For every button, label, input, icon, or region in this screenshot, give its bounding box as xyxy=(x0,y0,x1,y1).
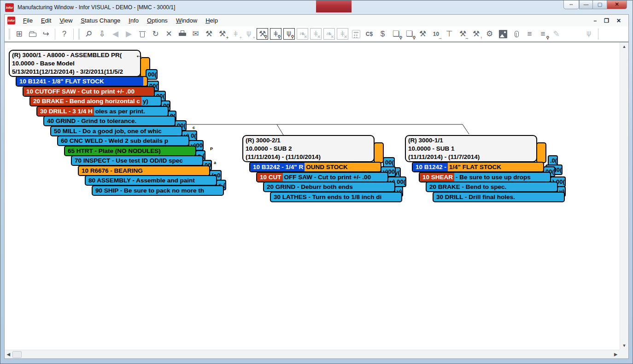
operation-card-base-model-1[interactable]: 10 CUTOFF SAW - Cut to print +/- .00 xyxy=(23,86,155,97)
view-operation-button[interactable]: ⚒⚲ xyxy=(257,28,268,40)
operation-card-sub-1-1[interactable]: 10 SHEAR - Be sure to use up drops xyxy=(419,172,551,182)
refresh-button[interactable]: ↻ xyxy=(149,28,162,40)
operation-card-sub-1-3[interactable]: 30 DRILL - Drill final holes. xyxy=(433,192,565,202)
horizontal-scroll-thumb[interactable] xyxy=(12,351,22,358)
attachments-icon xyxy=(512,30,521,38)
horizontal-scrollbar[interactable]: ◀ ▶ xyxy=(5,350,620,358)
engineering-button[interactable]: ⚙ xyxy=(483,28,496,40)
operation-card-sub-1-2[interactable]: 20 BRAKE - Bend to spec. xyxy=(426,182,558,192)
operation-highlight-label: 30 DRILL - 3 1/4 H xyxy=(37,107,94,116)
view-resource-button[interactable]: ǂ⚲ xyxy=(270,28,281,40)
menu-info[interactable]: Info xyxy=(124,16,143,25)
add-leg-button[interactable]: ⋔+ xyxy=(242,28,256,40)
operation-card-base-model-8[interactable]: 70 INSPECT - Use test ID OD/ID spec xyxy=(71,155,203,166)
menu-view[interactable]: View xyxy=(55,16,76,25)
operation-card-base-model-5[interactable]: 50 MILL - Do a good job, one of whic xyxy=(50,126,182,136)
transfer-operations-button[interactable]: ⚒↔ xyxy=(456,28,469,40)
document-search-button[interactable]: ❏⚲ xyxy=(389,28,403,40)
work-order-header-sub-1[interactable]: (R) 3000-1/110.0000 - SUB 1(11/11/2014) … xyxy=(405,135,537,162)
operation-card-sub-2-1[interactable]: 10 CUTOFF SAW - Cut to print +/- .00 xyxy=(256,172,388,182)
recalculate-costs-button[interactable]: C$ xyxy=(363,28,376,40)
work-order-header-base-model[interactable]: (R) 3000/1 - A8000 - ASSEMBLED PR(10.000… xyxy=(9,50,141,77)
notes-search-button[interactable]: ≡⚲ xyxy=(536,28,550,40)
operation-card-base-model-6[interactable]: 60 CNC WELD - Weld 2 sub details p xyxy=(57,135,189,146)
notes-icon: ≡ xyxy=(528,30,532,38)
operation-label: 80 ASSEMBLY - Assemble and paint xyxy=(86,176,195,185)
menu-window[interactable]: Window xyxy=(172,16,201,25)
operation-card-base-model-10[interactable]: 80 ASSEMBLY - Assemble and paint xyxy=(85,175,217,186)
report-search-button[interactable]: ❏⚲ xyxy=(403,28,416,40)
operation-card-base-model-7[interactable]: 65 HTRT - Plate (NO NODULES) xyxy=(64,146,196,156)
card-edge-tab[interactable] xyxy=(374,142,384,163)
work-order-header-sub-2[interactable]: (R) 3000-2/110.0000 - SUB 2(11/11/2014) … xyxy=(242,135,375,162)
open-document-button[interactable] xyxy=(26,28,39,40)
minimize-button[interactable]: — xyxy=(579,0,593,9)
operation-card-base-model-0[interactable]: 10 B1241 - 1/8" FLAT STOCK xyxy=(16,76,148,87)
attachments-button[interactable] xyxy=(510,28,523,40)
operation-card-base-model-9[interactable]: 10 R6676 - BEARING xyxy=(78,165,210,176)
operation-card-sub-1-0[interactable]: 10 B1242 - 1/4" FLAT STOCK xyxy=(412,162,544,172)
recalculate-costs-icon: C$ xyxy=(366,31,373,37)
operation-card-sub-2-3[interactable]: 30 LATHES - Turn ends to 1/8 inch di xyxy=(270,192,402,202)
calculator-button[interactable] xyxy=(349,28,363,40)
navigate-next-button[interactable]: ▶ xyxy=(122,28,135,40)
scroll-left-icon[interactable]: ◀ xyxy=(5,352,12,357)
add-resource-button[interactable]: ǂ+ xyxy=(229,28,242,40)
operation-card-base-model-2[interactable]: 20 BRAKE - Bend along horizontal cy) xyxy=(29,96,162,106)
scroll-down-icon[interactable]: ▼ xyxy=(620,343,628,348)
close-button[interactable]: ✕ xyxy=(607,0,627,9)
tree-window-button[interactable]: ⋔ xyxy=(582,28,596,40)
menu-options[interactable]: Options xyxy=(143,16,172,25)
back-arrow-icon[interactable]: ← xyxy=(135,50,627,60)
help-icon: ? xyxy=(62,30,66,38)
menu-status-change[interactable]: Status Change xyxy=(76,16,124,25)
card-edge-tab[interactable] xyxy=(536,142,546,163)
scroll-right-icon[interactable]: ▶ xyxy=(612,352,620,357)
operation-card-base-model-11[interactable]: 90 SHIP - Be sure to pack no more th xyxy=(92,185,224,196)
mdi-window-controls: – ❐ ✕ xyxy=(593,18,626,24)
header-line: 10.0000 - SUB 1 xyxy=(408,145,534,153)
close-material-button[interactable]: ❧✕ xyxy=(297,28,308,40)
edit-button[interactable]: ✎ xyxy=(550,28,563,40)
mdi-close-button[interactable]: ✕ xyxy=(616,18,621,24)
search-id-button[interactable]: ⚲ xyxy=(82,28,95,40)
open-document-icon xyxy=(29,30,37,38)
mdi-minimize-button[interactable]: – xyxy=(593,18,597,24)
notes-search-badge-icon: ⚲ xyxy=(546,35,549,40)
remove-material-button[interactable]: ❧✕ xyxy=(323,28,335,40)
save-button[interactable]: ⇩ xyxy=(95,28,109,40)
scroll-up-icon[interactable]: ▲ xyxy=(620,44,628,49)
mdi-restore-button[interactable]: ❐ xyxy=(604,18,609,24)
document-search-icon: ❏ xyxy=(393,30,399,38)
add-operation-button[interactable]: ⚒+ xyxy=(216,28,229,40)
tools-button[interactable]: ⚒ xyxy=(416,28,429,40)
notes-button[interactable]: ≡ xyxy=(523,28,536,40)
help-button[interactable]: ? xyxy=(58,28,71,40)
dock-toggle-button[interactable]: ⇔ xyxy=(563,0,579,9)
cancel-button[interactable]: ✕ xyxy=(162,28,176,40)
exit-window-button[interactable]: ↪ xyxy=(39,28,53,40)
schedule-button[interactable]: 10→ xyxy=(429,28,443,40)
print-button[interactable] xyxy=(176,28,189,40)
view-leg-button[interactable]: ⋔⚲ xyxy=(283,28,295,40)
menu-file[interactable]: File xyxy=(19,16,37,25)
media-button[interactable] xyxy=(496,28,510,40)
menu-help[interactable]: Help xyxy=(201,16,222,25)
close-resource-button[interactable]: ǂ✕ xyxy=(310,28,322,40)
delete-button[interactable] xyxy=(135,28,149,40)
promote-operation-button[interactable]: ⚒↑ xyxy=(469,28,483,40)
operation-card-base-model-3[interactable]: 30 DRILL - 3 1/4 Holes as per print. xyxy=(36,106,169,117)
new-document-button[interactable]: ⊞ xyxy=(12,28,26,40)
operation-button[interactable]: ⚒ xyxy=(202,28,216,40)
clamp-button[interactable]: ⊤ xyxy=(443,28,456,40)
send-message-button[interactable]: ✉ xyxy=(189,28,202,40)
vertical-scrollbar[interactable]: ▲ ▼ xyxy=(620,42,628,350)
navigate-previous-button[interactable]: ◀ xyxy=(109,28,122,40)
maximize-button[interactable]: ▢ xyxy=(593,0,607,9)
costs-button[interactable]: $ xyxy=(376,28,389,40)
operation-card-base-model-4[interactable]: 40 GRIND - Grind to tolerance. xyxy=(43,116,176,126)
operation-card-sub-2-2[interactable]: 20 GRIND - Deburr both ends xyxy=(263,182,395,192)
remove-resource-button[interactable]: ǂ✕ xyxy=(337,28,348,40)
menu-edit[interactable]: Edit xyxy=(37,16,55,25)
operation-card-sub-2-0[interactable]: 10 B3242 - 1/4" ROUND STOCK xyxy=(249,162,381,172)
